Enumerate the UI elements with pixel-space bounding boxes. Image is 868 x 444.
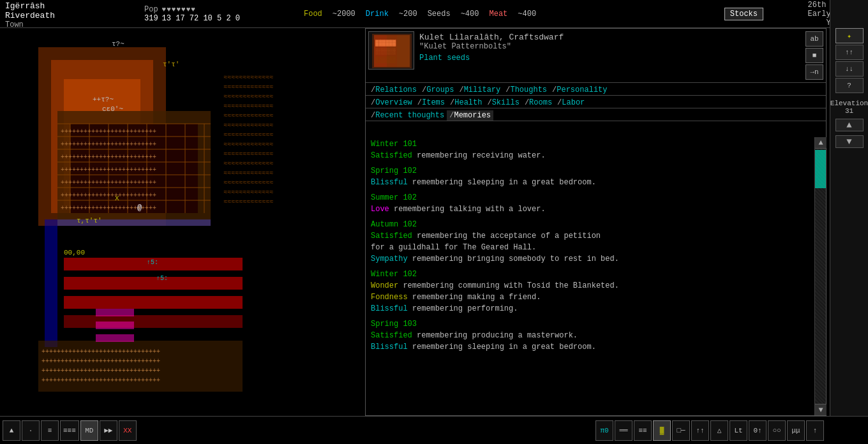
nav-tabs-row2: Overview Items Health Skills Rooms Labor	[366, 96, 826, 108]
tab-thoughts[interactable]: Thoughts	[503, 85, 550, 95]
mem-verb9: remembering	[417, 331, 467, 340]
char-name: Kulet Lilaralâth, Craftsdwarf	[419, 33, 800, 42]
fort-name: Igërrâsh	[5, 1, 135, 11]
svg-text:++++++++++++++++++++++++++++++: +++++++++++++++++++++++++++++++	[41, 358, 160, 365]
mem-text4b: for a guildhall for The Geared Hall.	[371, 243, 536, 252]
memory-line-3: Love remembering talking with a lover.	[371, 204, 809, 215]
tab-memories[interactable]: Memories	[447, 110, 493, 121]
bot-btn-lines3[interactable]: ≡≡≡	[60, 420, 79, 441]
bot-right-btn6[interactable]: ↑↑	[691, 420, 709, 441]
sidebar-btn-help[interactable]: ?	[835, 78, 864, 93]
svg-text:↑5:: ↑5:	[156, 275, 168, 282]
mem-text4: the acceptance of a petition	[472, 232, 601, 241]
panel-scrollbar[interactable]: ▲ ▼	[814, 137, 826, 415]
bot-right-btn4[interactable]: ▓	[653, 420, 671, 441]
bot-right-btn10[interactable]: ○○	[768, 420, 786, 441]
resource-section: Food ~2000 Drink ~200 Seeds ~400 Meat ~4…	[300, 0, 722, 27]
svg-rect-29	[64, 277, 243, 290]
tab-health[interactable]: Health	[447, 98, 484, 108]
bot-btn-xx[interactable]: XX	[119, 420, 137, 441]
mem-verb10: remembering	[412, 343, 463, 352]
bot-btn-md[interactable]: MD	[80, 420, 98, 441]
sidebar-btn-down2[interactable]: ↓↓	[835, 61, 864, 77]
tab-rooms[interactable]: Rooms	[522, 98, 555, 108]
bot-right-btn7[interactable]: △	[710, 420, 728, 441]
memory-entry-winter102: Winter 102 Wonder remembering communing …	[371, 270, 809, 314]
season-spring102: Spring 102	[371, 166, 809, 175]
sidebar-btn-star[interactable]: ✦	[835, 28, 864, 43]
seeds-value: ~400	[461, 10, 479, 18]
tab-military[interactable]: Military	[456, 85, 503, 95]
tab-recent-thoughts[interactable]: Recent thoughts	[368, 110, 447, 121]
char-btn-ab[interactable]: ab	[805, 31, 823, 47]
tab-relations[interactable]: Relations	[368, 85, 419, 95]
mem-verb8: remembering	[412, 304, 463, 313]
bot-btn-dot[interactable]: ·	[22, 420, 40, 441]
svg-text:@: @	[137, 204, 142, 212]
bot-right-btn8[interactable]: Lt	[730, 420, 747, 441]
tab-labor[interactable]: Labor	[555, 98, 587, 108]
sidebar-scroll-down[interactable]: ▼	[835, 135, 864, 148]
map-background: ░░░░░░░░░░░░░░░░░░░░░░░░░░░░░░░░░░░░░░░░…	[0, 28, 361, 416]
svg-text:≈≈≈≈≈≈≈≈≈≈≈≈≈: ≈≈≈≈≈≈≈≈≈≈≈≈≈	[223, 198, 273, 205]
drink-value: ~200	[399, 10, 417, 18]
tab-skills[interactable]: Skills	[484, 98, 521, 108]
emotion-blissful3: Blissful	[371, 343, 408, 352]
food-value: ~2000	[333, 10, 355, 18]
bot-right-btn2[interactable]: ══	[615, 420, 632, 441]
pop-label: Pop	[144, 5, 158, 14]
tab-items[interactable]: Items	[415, 98, 447, 108]
sidebar-btn-up2[interactable]: ↑↑	[835, 45, 864, 60]
scroll-down-arrow[interactable]: ▼	[815, 404, 827, 415]
emotion-satisfied2: Satisfied	[371, 232, 412, 241]
heart6: ♥	[186, 6, 191, 13]
season-autumn102: Autumn 102	[371, 220, 809, 229]
char-btn-stop[interactable]: ■	[805, 48, 823, 63]
memory-line-6a: Satisfied remembering producing a master…	[371, 330, 809, 341]
char-btn-fn[interactable]: →n	[805, 64, 823, 80]
svg-rect-70	[397, 35, 410, 67]
food-label: Food	[304, 10, 322, 18]
portrait-svg: ▓▓▓▓▓▓ ░░░░░░ ▒▒▒▒▒▒	[369, 32, 414, 70]
bot-right-btn12[interactable]: ↑	[806, 420, 824, 441]
bot-right-btn11[interactable]: μμ	[787, 420, 805, 441]
emotion-wonder: Wonder	[371, 281, 398, 290]
emotion-blissful: Blissful	[371, 178, 408, 187]
scroll-up-arrow[interactable]: ▲	[815, 137, 827, 149]
svg-text:00,00: 00,00	[64, 249, 85, 256]
char-portrait: ▓▓▓▓▓▓▓▓▓▓ ▓▓▓▓▓▓ ░░░░░░ ▒▒▒▒▒▒	[368, 31, 414, 70]
bot-right-btn1[interactable]: π0	[595, 420, 613, 441]
nav-tabs-row1: Relations Groups Military Thoughts Perso…	[366, 83, 826, 96]
tab-personality[interactable]: Personality	[550, 85, 610, 95]
svg-text:++++++++++++++++++++++++++++++: +++++++++++++++++++++++++++++++	[41, 348, 160, 355]
mem-text2: sleeping in a great bedroom.	[467, 178, 596, 187]
memories-content[interactable]: Winter 101 Satisfied remembering receivi…	[366, 137, 814, 415]
mem-text7: making a friend.	[467, 293, 541, 302]
mem-text5: bringing somebody to rest in bed.	[467, 255, 619, 263]
bot-btn-lines2[interactable]: ≡	[41, 420, 59, 441]
bot-right-btn5[interactable]: □─	[672, 420, 690, 441]
bot-right-btn3[interactable]: ≡≡	[634, 420, 652, 441]
svg-text:≈≈≈≈≈≈≈≈≈≈≈≈≈: ≈≈≈≈≈≈≈≈≈≈≈≈≈	[223, 84, 273, 91]
svg-rect-32	[45, 219, 57, 347]
svg-text:≈≈≈≈≈≈≈≈≈≈≈≈≈: ≈≈≈≈≈≈≈≈≈≈≈≈≈	[223, 189, 273, 196]
map-area[interactable]: ░░░░░░░░░░░░░░░░░░░░░░░░░░░░░░░░░░░░░░░░…	[0, 28, 361, 416]
bot-right-btn9[interactable]: 0↑	[749, 420, 767, 441]
scroll-track[interactable]	[815, 149, 826, 404]
char-name-area: Kulet Lilaralâth, Craftsdwarf "Kulet Pat…	[417, 31, 803, 80]
bot-btn-play[interactable]: ▶▶	[100, 420, 117, 441]
svg-rect-59	[96, 322, 134, 329]
tab-overview[interactable]: Overview	[368, 98, 415, 108]
mem-text10: sleeping in a great bedroom.	[467, 343, 596, 352]
scroll-thumb[interactable]	[815, 150, 826, 188]
sidebar-scroll-up[interactable]: ▲	[835, 119, 864, 131]
stocks-button[interactable]: Stocks	[724, 8, 763, 20]
bot-btn-arrow-up[interactable]: ▲	[3, 420, 20, 441]
memory-line-4b: for a guildhall for The Geared Hall.	[371, 242, 809, 253]
tab-groups[interactable]: Groups	[419, 85, 456, 95]
svg-text:+++++++++++++++++++++++++: +++++++++++++++++++++++++	[61, 179, 156, 186]
svg-text:+++++++++++++++++++++++++: +++++++++++++++++++++++++	[61, 154, 156, 161]
svg-text:τ?~: τ?~	[112, 40, 124, 48]
fort-info: Igërrâsh Riverdeath Town	[0, 0, 140, 27]
svg-text:τ'τ': τ'τ'	[163, 61, 179, 68]
